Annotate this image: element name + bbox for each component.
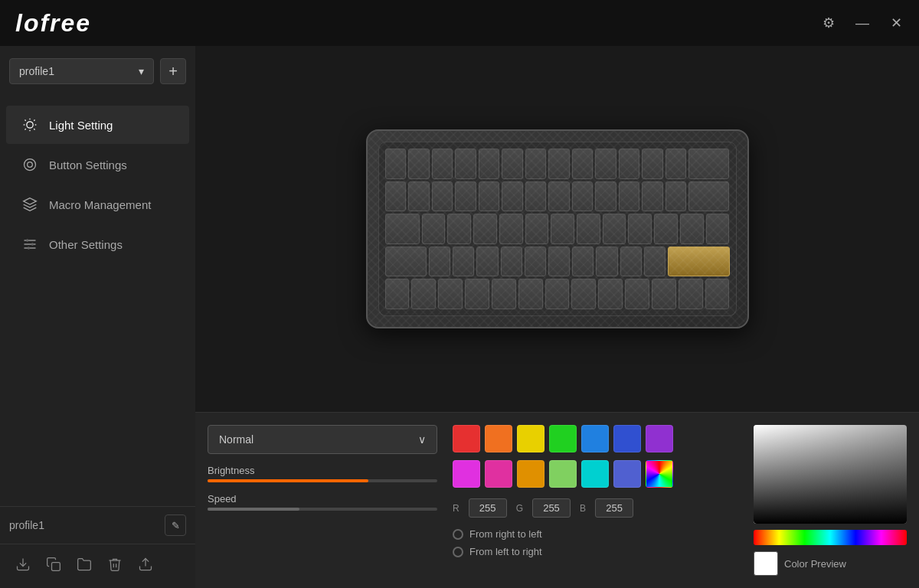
key (525, 214, 549, 244)
settings-button[interactable]: ⚙ (818, 12, 839, 34)
g-value[interactable]: 255 (532, 498, 571, 518)
key (680, 214, 704, 244)
svg-point-0 (27, 122, 33, 128)
titlebar-controls: ⚙ — ✕ (818, 12, 907, 34)
key (525, 247, 546, 277)
key-backspace (688, 181, 729, 212)
sidebar-item-other-settings[interactable]: Other Settings (6, 225, 189, 263)
key (688, 149, 729, 179)
key (385, 279, 410, 309)
color-swatch-yellow[interactable] (517, 425, 545, 452)
light-setting-label: Light Setting (49, 119, 113, 132)
speed-label: Speed (208, 493, 437, 505)
export-button[interactable] (135, 554, 156, 579)
key (408, 181, 430, 212)
key (479, 149, 500, 179)
app-logo: lofree (15, 9, 91, 38)
color-preview-label: Color Preview (784, 558, 846, 570)
key (572, 181, 594, 212)
key-row-1 (385, 149, 730, 179)
sidebar-item-light-setting[interactable]: Light Setting (6, 106, 189, 144)
color-swatch-blue[interactable] (581, 425, 609, 452)
key (603, 214, 626, 244)
mode-select[interactable]: Normal ∨ (208, 425, 437, 454)
profile-selector: profile1 ▾ + (9, 58, 186, 84)
color-swatch-amber[interactable] (517, 460, 545, 488)
key-tab (385, 214, 420, 244)
key (411, 279, 436, 309)
brightness-fill (208, 479, 368, 482)
key (679, 279, 703, 309)
g-label: G (516, 503, 523, 514)
key (572, 149, 594, 179)
key (625, 279, 649, 309)
minimize-button[interactable]: — (852, 12, 873, 34)
key (525, 149, 547, 179)
direction-group: From right to left From left to right (453, 528, 738, 557)
svg-rect-18 (52, 563, 61, 571)
b-value[interactable]: 255 (595, 498, 633, 518)
speed-fill (208, 508, 299, 511)
speed-slider[interactable] (208, 508, 437, 511)
load-button[interactable] (74, 554, 95, 579)
close-button[interactable]: ✕ (885, 12, 907, 34)
key (666, 149, 687, 179)
svg-point-15 (31, 243, 34, 245)
key (465, 279, 489, 309)
radio-left-to-right[interactable]: From left to right (453, 546, 738, 557)
color-swatch-cyan[interactable] (581, 460, 609, 488)
color-swatch-green[interactable] (549, 425, 577, 452)
r-value[interactable]: 255 (469, 498, 507, 518)
key (705, 279, 730, 309)
button-settings-icon (21, 156, 38, 173)
key-row-3 (385, 214, 730, 244)
radio-right-to-left[interactable]: From right to left (453, 528, 738, 540)
color-swatch-magenta[interactable] (453, 460, 480, 488)
key (518, 279, 543, 309)
edit-profile-button[interactable]: ✎ (165, 514, 186, 536)
key (455, 181, 476, 212)
keyboard-display (366, 129, 749, 328)
radio-circle-ltr (453, 547, 463, 557)
brightness-slider[interactable] (208, 479, 437, 482)
svg-line-3 (25, 120, 26, 121)
key (577, 214, 600, 244)
key (551, 214, 574, 244)
color-grid-row1 (453, 425, 738, 452)
color-swatch-orange[interactable] (485, 425, 512, 452)
light-setting-icon (21, 116, 38, 133)
sidebar-item-macro-management[interactable]: Macro Management (6, 185, 189, 224)
delete-button[interactable] (104, 554, 126, 579)
key (595, 181, 616, 212)
sidebar-item-button-settings[interactable]: Button Settings (6, 145, 189, 184)
color-swatch-darkblue[interactable] (613, 425, 641, 452)
key (595, 149, 616, 179)
macro-management-label: Macro Management (49, 198, 151, 211)
key (492, 279, 516, 309)
key (548, 149, 570, 179)
color-swatch-multi[interactable] (646, 460, 673, 488)
key-row-2 (385, 181, 730, 212)
color-swatch-indigo[interactable] (613, 460, 641, 488)
keyboard-inner (378, 142, 737, 316)
color-swatch-pink[interactable] (485, 460, 512, 488)
keyboard-area (195, 46, 919, 412)
key (666, 181, 687, 212)
key (596, 247, 617, 277)
import-button[interactable] (12, 554, 34, 579)
color-picker-canvas[interactable] (754, 425, 907, 524)
color-preview-swatch (754, 551, 778, 576)
color-grid-row2 (453, 460, 738, 488)
settings-middle: R 255 G 255 B 255 From right to left Fro… (453, 425, 738, 576)
profile-add-button[interactable]: + (160, 58, 186, 84)
profile-dropdown[interactable]: profile1 ▾ (9, 58, 154, 84)
mode-arrow: ∨ (418, 433, 426, 446)
copy-button[interactable] (43, 554, 64, 579)
hue-slider[interactable] (754, 530, 907, 545)
key (620, 247, 642, 277)
color-swatch-purple[interactable] (646, 425, 673, 452)
color-swatch-lime[interactable] (549, 460, 577, 488)
key (571, 279, 596, 309)
key (642, 181, 663, 212)
color-swatch-red[interactable] (453, 425, 480, 452)
